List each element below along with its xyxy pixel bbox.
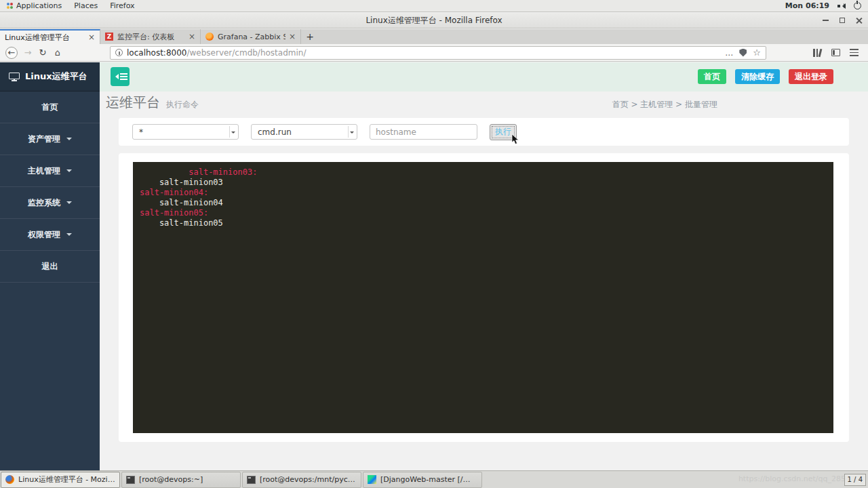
terminal-icon — [126, 476, 135, 484]
workspace-pager[interactable]: 1 / 4 — [844, 474, 866, 486]
argument-input[interactable] — [370, 124, 477, 140]
mouse-cursor-icon — [511, 134, 521, 145]
page-title-text: 运维平台 — [106, 94, 160, 110]
tab-zabbix-dashboard[interactable]: Z 监控平台: 仪表板 × — [100, 29, 201, 44]
sidebar-item-monitoring[interactable]: 监控系统 — [0, 187, 100, 219]
taskbar-item-label: [root@devops:/mnt/pycharm-2019.... — [260, 475, 357, 484]
output-card: salt-minion03: salt-minion03salt-minion0… — [119, 153, 849, 442]
page-actions-icon[interactable]: … — [725, 48, 733, 58]
page-header: 运维平台执行命令 首页 > 主机管理 > 批量管理 — [100, 92, 868, 118]
execute-button[interactable]: 执行 — [490, 124, 517, 140]
taskbar-item-label: [DjangoWeb-master [/mnt/DjangoW... — [380, 475, 477, 484]
execute-button-label: 执行 — [495, 126, 511, 138]
taskbar-item-pycharm[interactable]: [DjangoWeb-master [/mnt/DjangoW... — [363, 472, 482, 488]
function-select[interactable]: cmd.run — [251, 124, 357, 140]
chevron-down-icon — [66, 201, 72, 207]
sidebar-item-exit[interactable]: 退出 — [0, 251, 100, 283]
tab-title: Linux运维管理平台 — [5, 33, 85, 43]
places-menu[interactable]: Places — [68, 0, 104, 12]
main-area: 首页 清除缓存 退出登录 运维平台执行命令 首页 > 主机管理 > 批量管理 *… — [100, 62, 868, 470]
collapse-arrow-icon — [113, 74, 119, 79]
tab-close-icon[interactable]: × — [189, 32, 195, 41]
terminal-line: salt-minion05: — [140, 208, 827, 218]
window-titlebar: Linux运维管理平台 - Mozilla Firefox — [0, 13, 868, 28]
volume-icon[interactable] — [837, 3, 846, 9]
command-output-terminal[interactable]: salt-minion03: salt-minion03salt-minion0… — [133, 162, 833, 433]
tab-close-icon[interactable]: × — [289, 32, 296, 41]
chevron-down-icon — [66, 169, 72, 175]
target-select-value: * — [139, 127, 143, 137]
terminal-line: salt-minion05 — [140, 218, 827, 228]
url-path: /webserver/cmdb/hostadmin/ — [186, 48, 306, 58]
url-host: localhost:8000 — [127, 48, 186, 58]
home-nav-button[interactable]: 首页 — [698, 69, 726, 84]
pocket-shield-icon[interactable] — [739, 49, 747, 57]
places-menu-label: Places — [74, 1, 98, 10]
sidebar-item-label: 退出 — [42, 261, 58, 272]
zabbix-favicon: Z — [105, 33, 113, 41]
tab-title: Grafana - Zabbix Server D — [218, 33, 285, 41]
chevron-down-icon — [66, 138, 72, 143]
page-content: Linux运维平台 首页 资产管理 主机管理 监控系统 权限管理 退出 — [0, 62, 868, 470]
browser-toolbar: ← → ↻ ⌂ localhost:8000/webserver/cmdb/ho… — [0, 44, 868, 62]
sidebar-item-hosts[interactable]: 主机管理 — [0, 155, 100, 187]
terminal-icon — [247, 476, 256, 484]
sidebar-item-permissions[interactable]: 权限管理 — [0, 219, 100, 251]
site-info-icon[interactable] — [115, 49, 123, 56]
menu-lines-icon — [120, 73, 127, 80]
sidebar-item-assets[interactable]: 资产管理 — [0, 123, 100, 155]
clock[interactable]: Mon 06:19 — [785, 1, 829, 10]
command-form-card: * cmd.run 执行 — [119, 118, 849, 146]
tab-bar: Linux运维管理平台 × Z 监控平台: 仪表板 × Grafana - Za… — [0, 29, 868, 44]
terminal-line: salt-minion03 — [140, 178, 827, 188]
maximize-button[interactable] — [840, 18, 845, 23]
sidebar-brand-label: Linux运维平台 — [25, 70, 87, 83]
tab-title: 监控平台: 仪表板 — [117, 32, 185, 42]
monitor-icon — [9, 73, 20, 81]
firefox-menu-label: Firefox — [110, 1, 134, 10]
bookmark-star-icon[interactable]: ☆ — [753, 47, 761, 58]
sidebar-toggle-icon[interactable] — [831, 49, 840, 56]
sidebar-item-label: 主机管理 — [28, 165, 60, 177]
new-tab-button[interactable]: + — [301, 29, 319, 44]
close-window-button[interactable] — [856, 17, 863, 24]
tab-grafana[interactable]: Grafana - Zabbix Server D × — [201, 29, 301, 44]
clear-cache-button[interactable]: 清除缓存 — [735, 69, 780, 84]
sidebar-item-home[interactable]: 首页 — [0, 92, 100, 123]
home-button[interactable]: ⌂ — [50, 47, 65, 58]
taskbar-item-terminal-1[interactable]: [root@devops:~] — [121, 472, 241, 488]
reload-button[interactable]: ↻ — [35, 47, 50, 58]
sidebar-brand[interactable]: Linux运维平台 — [0, 62, 100, 92]
taskbar-item-label: [root@devops:~] — [139, 475, 203, 484]
pycharm-icon — [368, 475, 376, 484]
taskbar-item-label: Linux运维管理平台 - Mozilla Firefox — [18, 474, 115, 485]
breadcrumb: 首页 > 主机管理 > 批量管理 — [612, 99, 717, 110]
minimize-button[interactable] — [823, 20, 829, 21]
url-bar[interactable]: localhost:8000/webserver/cmdb/hostadmin/… — [110, 46, 766, 60]
sidebar-item-label: 权限管理 — [28, 229, 60, 241]
sidebar-collapse-button[interactable] — [111, 67, 130, 86]
grafana-favicon — [205, 33, 214, 41]
applications-menu[interactable]: Applications — [0, 0, 68, 12]
tab-close-icon[interactable]: × — [88, 33, 95, 42]
firefox-menu[interactable]: Firefox — [104, 0, 140, 12]
logout-button[interactable]: 退出登录 — [789, 69, 833, 84]
gnome-top-bar: Applications Places Firefox Mon 06:19 — [0, 0, 868, 12]
taskbar-item-firefox[interactable]: Linux运维管理平台 - Mozilla Firefox — [1, 472, 120, 488]
terminal-line: salt-minion03: — [140, 167, 827, 178]
window-title: Linux运维管理平台 - Mozilla Firefox — [366, 15, 502, 26]
forward-button[interactable]: → — [20, 47, 35, 58]
taskbar-item-terminal-2[interactable]: [root@devops:/mnt/pycharm-2019.... — [242, 472, 361, 488]
back-button[interactable]: ← — [5, 47, 18, 59]
menu-hamburger-icon[interactable] — [850, 49, 859, 56]
firefox-icon — [5, 475, 14, 484]
page-title: 运维平台执行命令 — [106, 94, 199, 112]
tab-ops-platform[interactable]: Linux运维管理平台 × — [0, 29, 100, 44]
page-subtitle: 执行命令 — [166, 100, 199, 109]
chevron-down-icon — [66, 233, 72, 239]
function-select-value: cmd.run — [258, 127, 292, 137]
library-icon[interactable] — [813, 49, 822, 57]
power-icon[interactable] — [854, 2, 861, 9]
target-select[interactable]: * — [132, 124, 239, 140]
desktop-taskbar: Linux运维管理平台 - Mozilla Firefox [root@devo… — [0, 470, 868, 488]
